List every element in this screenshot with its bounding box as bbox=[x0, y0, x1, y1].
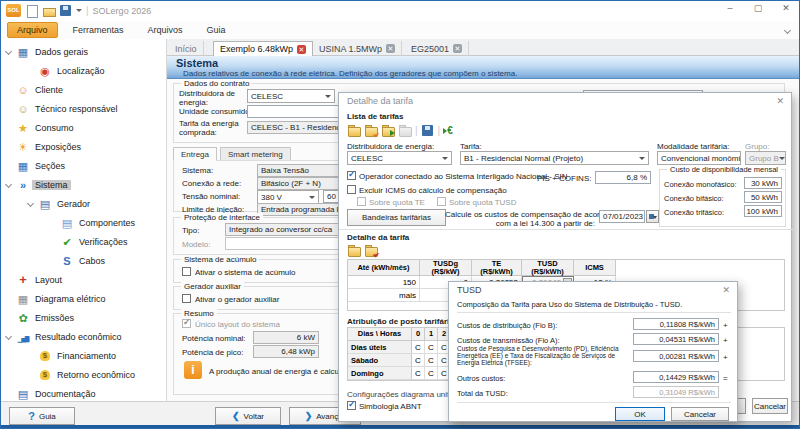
sin-checkbox[interactable] bbox=[347, 171, 356, 180]
save-file-icon[interactable] bbox=[59, 4, 72, 17]
tariff-list-title: Lista de tarifas bbox=[347, 112, 403, 121]
post-cell[interactable]: C bbox=[425, 367, 438, 380]
sidebar-item-componentes[interactable]: Componentes bbox=[1, 214, 166, 233]
save-tariff-icon[interactable] bbox=[421, 124, 435, 137]
aux-generator-checkbox[interactable] bbox=[182, 294, 191, 303]
sidebar-item-financiamento[interactable]: Financiamento bbox=[1, 347, 166, 366]
tab-exemplo[interactable]: Exemplo 6.48kWp bbox=[213, 41, 313, 56]
fio-b-field[interactable]: 0,11808 R$/kWh bbox=[633, 318, 719, 330]
close-icon[interactable]: ✕ bbox=[776, 96, 784, 106]
expander-icon[interactable] bbox=[4, 49, 12, 57]
import-detail-icon[interactable] bbox=[364, 244, 378, 257]
table-cell[interactable]: mais bbox=[348, 289, 420, 302]
pd-ee-tfsee-field[interactable]: 0,00281 R$/kWh bbox=[633, 350, 719, 362]
expander-icon[interactable] bbox=[26, 201, 34, 209]
minimize-button[interactable]: – bbox=[723, 3, 737, 13]
close-tab-icon[interactable] bbox=[453, 44, 462, 53]
sidebar-item-gerador[interactable]: Gerador bbox=[1, 195, 166, 214]
hour-header[interactable]: 1 bbox=[425, 328, 438, 341]
person-badge-icon bbox=[16, 102, 30, 116]
new-tariff-icon[interactable] bbox=[347, 124, 361, 137]
close-tab-icon[interactable] bbox=[297, 45, 306, 54]
pis-cofins-field[interactable]: 6,8 % bbox=[595, 171, 651, 184]
sidebar-item-verificacoes[interactable]: Verificações bbox=[1, 233, 166, 252]
bi-connection-field[interactable]: 50 kWh bbox=[744, 191, 782, 203]
sidebar-item-dados-gerais[interactable]: Dados gerais bbox=[1, 43, 166, 62]
chevron-down-icon bbox=[442, 157, 448, 160]
storage-checkbox[interactable] bbox=[182, 267, 191, 276]
new-file-icon[interactable] bbox=[25, 4, 38, 17]
edit-tariff-icon[interactable] bbox=[364, 124, 378, 137]
copy-tariff-icon[interactable] bbox=[381, 124, 395, 137]
open-file-icon[interactable] bbox=[42, 4, 55, 17]
sidebar-item-tecnico[interactable]: Técnico responsável bbox=[1, 100, 166, 119]
distributor-select[interactable]: CELESC bbox=[247, 89, 335, 103]
sidebar-item-localizacao[interactable]: Localização bbox=[1, 62, 166, 81]
close-icon[interactable]: ✕ bbox=[722, 285, 730, 295]
post-cell[interactable]: C bbox=[425, 354, 438, 367]
modality-select[interactable]: Convencional monômia bbox=[657, 151, 741, 165]
tusd-dialog: TUSD ✕ Composição da Tarifa para Uso do … bbox=[448, 281, 738, 422]
hour-header[interactable]: 0 bbox=[412, 328, 425, 341]
close-button[interactable]: ✕ bbox=[779, 3, 793, 13]
icms-checkbox[interactable] bbox=[347, 185, 356, 194]
sidebar-item-resultado[interactable]: Resultado econômico bbox=[1, 328, 166, 347]
law-date-field[interactable]: 07/01/2023 bbox=[599, 210, 645, 223]
menu-arquivo[interactable]: Arquivo bbox=[7, 22, 58, 38]
expander-icon[interactable] bbox=[4, 182, 12, 190]
tusd-cancel-button[interactable]: Cancelar bbox=[671, 407, 729, 421]
post-cell[interactable]: C bbox=[412, 367, 425, 380]
sidebar-item-secoes[interactable]: Seções bbox=[1, 157, 166, 176]
menu-ferramentas[interactable]: Ferramentas bbox=[64, 23, 133, 37]
other-costs-field[interactable]: 0,14429 R$/kWh bbox=[633, 371, 719, 383]
expander-icon[interactable] bbox=[4, 334, 12, 342]
menu-arquivos[interactable]: Arquivos bbox=[139, 23, 192, 37]
qat-dropdown-icon[interactable] bbox=[76, 9, 82, 12]
post-cell[interactable]: C bbox=[425, 341, 438, 354]
chevron-left-icon: ❮ bbox=[232, 411, 240, 421]
mono-connection-field[interactable]: 30 kWh bbox=[744, 177, 782, 189]
voltar-button[interactable]: ❮ Voltar bbox=[215, 407, 281, 425]
column-header[interactable]: ICMS bbox=[574, 260, 616, 276]
tab-inicio[interactable]: Início bbox=[169, 41, 204, 56]
menu-guia[interactable]: Guia bbox=[198, 23, 235, 37]
guia-button[interactable]: ? Guia bbox=[9, 407, 75, 425]
table-cell[interactable]: 150 bbox=[348, 276, 420, 289]
tab-entrega[interactable]: Entrega bbox=[173, 147, 217, 161]
post-cell[interactable]: C bbox=[412, 354, 425, 367]
post-cell[interactable]: C bbox=[412, 341, 425, 354]
tariff-cancel-button[interactable]: Cancelar bbox=[752, 398, 788, 414]
dialog-distributor-select[interactable]: CELESC bbox=[347, 151, 452, 165]
tusd-ok-button[interactable]: OK bbox=[615, 407, 665, 421]
sidebar-item-exposicoes[interactable]: Exposições bbox=[1, 138, 166, 157]
bandeiras-button[interactable]: Bandeiras tarifárias bbox=[347, 209, 446, 226]
tab-smart-metering[interactable]: Smart metering bbox=[220, 147, 291, 161]
tab-usina[interactable]: USINA 1.5MWp bbox=[313, 41, 402, 56]
column-header[interactable]: TUSDg (R$/kW) bbox=[420, 260, 472, 276]
dialog-tariff-select[interactable]: B1 - Residencial Normal (Projeto) bbox=[460, 151, 649, 165]
ribbon-collapse-icon[interactable] bbox=[785, 28, 791, 34]
column-header[interactable]: TE (R$/kWh) bbox=[472, 260, 522, 276]
sidebar-item-emissoes[interactable]: Emissões bbox=[1, 309, 166, 328]
plus-operator: + bbox=[723, 353, 728, 362]
open-detail-icon[interactable] bbox=[347, 244, 361, 257]
sidebar-item-layout[interactable]: Layout bbox=[1, 271, 166, 290]
maximize-button[interactable]: ▢ bbox=[751, 3, 765, 13]
column-header[interactable]: Até (kWh/mês) bbox=[348, 260, 420, 276]
sidebar-item-sistema[interactable]: Sistema bbox=[1, 176, 166, 195]
sidebar-item-diagrama[interactable]: Diagrama elétrico bbox=[1, 290, 166, 309]
fio-a-field[interactable]: 0,04531 R$/kWh bbox=[633, 333, 719, 345]
tab-eg25001[interactable]: EG25001 bbox=[405, 41, 469, 56]
distributor-label: Distribuidora de energia: bbox=[179, 89, 243, 107]
sidebar-item-cliente[interactable]: Cliente bbox=[1, 81, 166, 100]
sidebar-item-retorno[interactable]: Retorno econômico bbox=[1, 366, 166, 385]
sidebar-item-cabos[interactable]: Cabos bbox=[1, 252, 166, 271]
column-header[interactable]: TUSD (R$/kWh) bbox=[522, 260, 574, 276]
sidebar-item-consumo[interactable]: Consumo bbox=[1, 119, 166, 138]
close-tab-icon[interactable] bbox=[386, 44, 395, 53]
abnt-checkbox[interactable] bbox=[347, 401, 356, 410]
tri-connection-field[interactable]: 100 kWh bbox=[744, 205, 782, 217]
calendar-picker-icon[interactable] bbox=[646, 210, 659, 223]
export-tariff-icon[interactable] bbox=[443, 124, 457, 137]
voltage-select[interactable]: 380 V bbox=[257, 190, 319, 204]
